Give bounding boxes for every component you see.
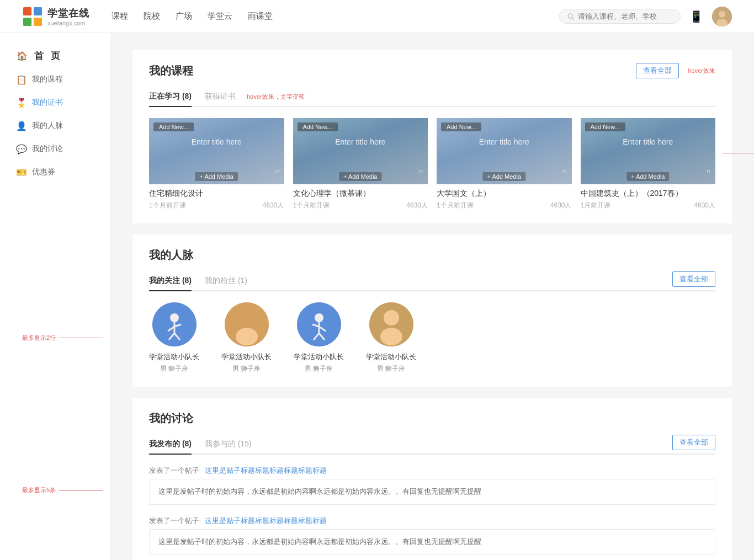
discussion-meta: 发表了一个帖子 这里是贴子标题标题标题标题标题标题 xyxy=(149,466,715,476)
discussion-link[interactable]: 这里是贴子标题标题标题标题标题标题 xyxy=(205,516,327,525)
enter-title-text: Enter title here xyxy=(192,137,242,148)
nav-course[interactable]: 课程 xyxy=(111,11,128,22)
avatar[interactable] xyxy=(712,7,732,26)
tab-followers[interactable]: 我的粉丝 (1) xyxy=(205,271,247,290)
course-thumb: Add New... Enter title here + Add Media … xyxy=(149,118,284,184)
add-new-bar: Add New... xyxy=(298,122,338,131)
person-avatar xyxy=(152,302,197,346)
course-thumb: Add New... Enter title here + Add Media … xyxy=(581,118,716,184)
svg-point-20 xyxy=(315,313,323,322)
logo-icon xyxy=(22,6,43,27)
course-time: 1个月前开课 xyxy=(293,201,330,210)
people-grid: 学堂活动小队长 男 狮子座 学堂活动小队长 xyxy=(149,302,715,374)
courses-icon: 📋 xyxy=(17,74,26,84)
person-name: 学堂活动小队长 xyxy=(221,352,272,362)
enter-title-text: Enter title here xyxy=(479,137,529,148)
coupon-icon: 🎫 xyxy=(17,167,26,177)
network-tabs-row: 我的关注 (8) 我的粉丝 (1) 查看全部 xyxy=(149,271,715,291)
tab-learning-label: 正在学习 (8) xyxy=(149,92,192,100)
sidebar-coupon-label: 优惠券 xyxy=(32,167,55,177)
annot-max-rows-people: 最多显示2行 xyxy=(22,334,103,342)
course-students: 4630人 xyxy=(694,201,715,210)
person-avatar xyxy=(369,302,413,346)
nav-plaza[interactable]: 广场 xyxy=(176,11,192,22)
sidebar-home[interactable]: 🏠 首 页 xyxy=(0,44,110,68)
annot-viewall-hover: hover效果 xyxy=(688,67,715,75)
discussion-link[interactable]: 这里是贴子标题标题标题标题标题标题 xyxy=(205,466,327,474)
course-time: 1月前开课 xyxy=(581,201,611,210)
discussion-item: 发表了一个帖子 这里是贴子标题标题标题标题标题标题 这里是发帖子时的初始内容，永… xyxy=(149,466,715,505)
home-icon: 🏠 xyxy=(17,51,30,61)
person-card[interactable]: 学堂活动小队长 男 狮子座 xyxy=(221,302,272,374)
person-card[interactable]: 学堂活动小队长 男 狮子座 xyxy=(294,302,344,374)
svg-point-7 xyxy=(719,11,725,18)
sidebar-item-courses[interactable]: 📋 我的课程 xyxy=(0,68,110,91)
tab-cert-label: 获得证书 xyxy=(205,92,236,100)
network-view-all-btn[interactable]: 查看全部 xyxy=(672,271,715,287)
tab-participated-label: 我参与的 (15) xyxy=(205,439,252,448)
discussion-icon: 💬 xyxy=(17,144,26,154)
person-card[interactable]: 学堂活动小队长 男 狮子座 xyxy=(366,302,416,374)
course-grid: Add New... Enter title here + Add Media … xyxy=(149,118,715,210)
course-thumb: Add New... Enter title here + Add Media … xyxy=(437,118,572,184)
course-card[interactable]: Add New... Enter title here + Add Media … xyxy=(149,118,284,210)
enter-title-text: Enter title here xyxy=(335,137,385,148)
add-media-bar: + Add Media xyxy=(339,172,381,181)
svg-rect-0 xyxy=(23,7,31,15)
add-new-bar: Add New... xyxy=(441,122,481,131)
discussion-content: 这里是发帖子时的初始内容，永远都是初始内容啊永远都是初始内容永远。。有回复也无提… xyxy=(149,479,715,505)
nav-school[interactable]: 院校 xyxy=(144,11,160,22)
sidebar-item-cert[interactable]: 🎖️ 我的证书 xyxy=(0,91,110,114)
sidebar-item-discussion[interactable]: 💬 我的讨论 xyxy=(0,137,110,161)
network-icon: 👤 xyxy=(17,121,26,131)
tab-participated[interactable]: 我参与的 (15) xyxy=(205,435,252,454)
tab-my-posts[interactable]: 我发布的 (8) xyxy=(149,435,192,455)
course-name: 住宅精细化设计 xyxy=(149,189,284,199)
course-students: 4630人 xyxy=(550,201,572,210)
course-name: 文化心理学（微慕课） xyxy=(293,189,428,199)
quote-mark: " xyxy=(562,167,567,181)
course-name: 中国建筑史（上）（2017春） xyxy=(581,189,716,199)
nav-rain[interactable]: 雨课堂 xyxy=(248,11,273,22)
network-section-header: 我的人脉 xyxy=(149,248,715,263)
svg-point-4 xyxy=(568,14,572,18)
mobile-icon[interactable]: 📱 xyxy=(689,10,703,23)
tab-learning[interactable]: 正在学习 (8) xyxy=(149,87,192,107)
course-time: 1个月前开课 xyxy=(149,201,186,210)
tab-following-label: 我的关注 (8) xyxy=(149,276,192,285)
discussion-tabs-row: 我发布的 (8) 我参与的 (15) 查看全部 xyxy=(149,435,715,455)
tab-followers-label: 我的粉丝 (1) xyxy=(205,276,247,285)
courses-title: 我的课程 xyxy=(149,63,193,78)
annot-max-rows-disc: 最多显示5条 xyxy=(22,486,103,494)
course-card[interactable]: Add New... Enter title here + Add Media … xyxy=(581,118,716,210)
sidebar-cert-label: 我的证书 xyxy=(32,98,63,108)
courses-tabs: 正在学习 (8) 获得证书 hover效果，文字变蓝 xyxy=(149,87,305,106)
annot-tab-hover: hover效果，文字变蓝 xyxy=(247,93,305,101)
header: 学堂在线 xuetangx.com 课程 院校 广场 学堂云 雨课堂 📱 xyxy=(0,0,754,33)
search-input[interactable] xyxy=(578,12,672,20)
svg-point-28 xyxy=(380,328,402,345)
tab-following[interactable]: 我的关注 (8) xyxy=(149,271,192,291)
enter-title-text: Enter title here xyxy=(623,137,673,148)
person-meta: 男 狮子座 xyxy=(377,364,405,374)
person-name: 学堂活动小队长 xyxy=(366,352,416,362)
courses-view-all-btn[interactable]: 查看全部 xyxy=(636,63,679,78)
person-meta: 男 狮子座 xyxy=(160,364,188,374)
add-media-bar: + Add Media xyxy=(626,172,669,181)
tab-cert[interactable]: 获得证书 xyxy=(205,87,236,106)
tab-my-posts-label: 我发布的 (8) xyxy=(149,439,192,448)
sidebar: 选中后文字增大2号 文字及icon颜色加深 🏠 首 页 📋 我的课程 🎖️ 我的… xyxy=(0,33,110,560)
course-card[interactable]: Add New... Enter title here + Add Media … xyxy=(437,118,572,210)
home-label: 首 页 xyxy=(34,50,62,62)
course-thumb: Add New... Enter title here + Add Media … xyxy=(293,118,428,184)
logo[interactable]: 学堂在线 xuetangx.com xyxy=(22,6,89,27)
course-card[interactable]: Add New... Enter title here + Add Media … xyxy=(293,118,428,210)
discussion-view-all-btn[interactable]: 查看全部 xyxy=(672,435,715,450)
person-card[interactable]: 学堂活动小队长 男 狮子座 xyxy=(149,302,199,374)
courses-header-right: 查看全部 hover效果 xyxy=(636,63,715,78)
search-box[interactable] xyxy=(559,9,681,24)
sidebar-item-coupon[interactable]: 🎫 优惠券 xyxy=(0,161,110,184)
course-meta: 1月前开课 4630人 xyxy=(581,201,716,210)
nav-cloud[interactable]: 学堂云 xyxy=(208,11,232,22)
sidebar-item-network[interactable]: 👤 我的人脉 xyxy=(0,114,110,137)
